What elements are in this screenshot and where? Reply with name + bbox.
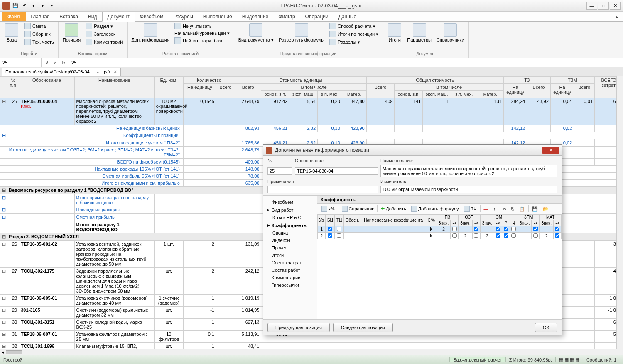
ignore-btn[interactable]: Не учитывать [173, 22, 231, 30]
open-tb-icon[interactable]: 📂 [541, 205, 550, 213]
tab-physvol[interactable]: Физобъем [135, 12, 169, 21]
minimize-button[interactable]: — [586, 2, 597, 10]
position-button[interactable]: Позиция [61, 22, 83, 43]
refs-button[interactable]: Справочники [435, 22, 466, 43]
close-icon[interactable]: ✕ [113, 69, 117, 75]
cancel-icon[interactable]: ✗ [43, 59, 51, 66]
dialog-izm-field[interactable] [380, 186, 557, 193]
nav-other[interactable]: Прочее [263, 244, 317, 252]
params-button[interactable]: Параметры [405, 22, 433, 43]
horizontal-scrollbar[interactable]: ◂ [0, 349, 623, 355]
nav-coefficients[interactable]: ▸Коэффициенты [263, 221, 317, 229]
nav-worktype[interactable]: ▸Вид работ [263, 206, 317, 214]
dialog-titlebar[interactable]: Дополнительная информация о позиции ✕ [263, 145, 562, 156]
add-formula-button[interactable]: Добавить формулу [410, 205, 461, 213]
nav-totals[interactable]: Итоги [263, 252, 317, 259]
findnorm-btn[interactable]: Найти в норм. базе [173, 37, 231, 44]
nav-nrsp[interactable]: К-ты к НР и СП [263, 214, 317, 221]
tab-execution[interactable]: Выполнение [198, 12, 237, 21]
expand-icon[interactable]: ⊟ [0, 98, 7, 125]
comment-btn[interactable]: Комментарий [84, 38, 124, 46]
close-button[interactable]: ✕ [610, 2, 621, 10]
save-icon[interactable]: 💾 [12, 2, 19, 10]
quick-access-toolbar: 💾 ↶ ▾ ▾ ▾ [2, 2, 56, 10]
tab-filter[interactable]: Фильтр [273, 12, 300, 21]
expand-formulas-button[interactable]: Развернуть формулы [277, 22, 326, 43]
docview-button[interactable]: Вид документа ▾ [237, 22, 276, 43]
dialog-obos-field[interactable] [295, 167, 378, 175]
base-button[interactable]: База [2, 22, 21, 43]
nav-physvol[interactable]: Физобъем [263, 198, 317, 206]
dialog-n-field[interactable] [267, 167, 292, 175]
maximize-button[interactable]: □ [598, 2, 609, 10]
qat-more-icon[interactable]: ▾ [39, 2, 47, 10]
coef-row[interactable]: 2 К 2 2 2 [318, 233, 562, 239]
tab-data[interactable]: Данные [334, 12, 361, 21]
table-row[interactable]: ⊞32ТССЦ-301-1696Клапаны муфтовые 15Ч8П2,… [0, 343, 623, 349]
calcmethod-btn[interactable]: Способ расчета ▾ [328, 22, 380, 30]
ok-button[interactable]: OK [535, 323, 557, 332]
tab-document[interactable]: Документ [102, 12, 135, 22]
app-icon[interactable] [2, 2, 10, 10]
dialog-naim-field[interactable]: Масляная окраска металлических поверхнос… [380, 165, 557, 177]
coefficients-table[interactable]: УрБЦТЦ Обосн.Наименование коэффициентаК … [317, 214, 562, 239]
cut-icon[interactable]: ✂ [501, 205, 508, 213]
save-tb-icon[interactable]: 💾 [530, 205, 540, 213]
addinfo-button[interactable]: Доп. информация [130, 22, 171, 43]
totals-button[interactable]: Итоги [385, 22, 404, 43]
nav-hyperlinks[interactable]: Гиперссылки [263, 281, 317, 289]
copy-icon[interactable]: ⎘ [510, 205, 516, 212]
tab-selection[interactable]: Выделение [237, 12, 274, 21]
smeta-btn[interactable]: Смета [22, 22, 56, 30]
remove-icon[interactable]: — [482, 205, 490, 212]
baselevel-btn[interactable]: Начальный уровень цен ▾ [173, 30, 231, 37]
techpart-btn[interactable]: Тех. часть [22, 38, 56, 46]
tab-operations[interactable]: Операции [300, 12, 334, 21]
nav-summary[interactable]: Сводка [263, 229, 317, 237]
table-row[interactable]: ⊟ 25 ТЕР15-04-030-04Kпоз. Масляная окрас… [0, 98, 623, 125]
tab-insert[interactable]: Вставка [54, 12, 83, 21]
nav-indexes[interactable]: Индексы [263, 237, 317, 244]
undo-icon[interactable]: ↶ [21, 2, 28, 10]
cell-reference[interactable]: 25 [0, 58, 42, 67]
status-left: Госстрой [3, 357, 22, 362]
header-btn[interactable]: Заголовок [84, 30, 124, 38]
tch-button[interactable]: ТЧ [462, 205, 478, 213]
percent-button[interactable]: к% [320, 205, 336, 213]
nav-comments[interactable]: Комментарии [263, 274, 317, 281]
accept-icon[interactable]: ✓ [52, 59, 59, 66]
prev-position-button[interactable]: Предыдущая позиция [267, 323, 330, 332]
ribbon-group-position-work: Доп. информация Не учитывать Начальный у… [128, 22, 234, 58]
directory-button[interactable]: Справочник [340, 205, 376, 213]
nav-costs[interactable]: Состав затрат [263, 259, 317, 266]
fx-icon[interactable]: fx [60, 59, 67, 66]
qat-customise-icon[interactable]: ▾ [48, 2, 56, 10]
sections-btn[interactable]: Разделы ▾ [328, 38, 380, 46]
document-tabs: Пользователи\vtyukov\Desktop\02-03-04___… [0, 67, 623, 76]
next-position-button[interactable]: Следующая позиция [333, 323, 393, 332]
section-btn[interactable]: Раздел ▾ [84, 22, 124, 30]
redo-icon[interactable]: ▾ [30, 2, 37, 10]
tab-view[interactable]: Вид [83, 12, 102, 21]
ribbon-group-insert-row: Позиция Раздел ▾ Заголовок Комментарий В… [59, 22, 128, 58]
dialog-nav: Физобъем ▸Вид работ К-ты к НР и СП ▸Коэф… [263, 196, 317, 319]
positiontotals-btn[interactable]: Итоги по позиции ▾ [328, 30, 380, 38]
nav-works[interactable]: Состав работ [263, 266, 317, 274]
add-button[interactable]: ✚Добавить [379, 205, 408, 213]
tab-resources[interactable]: Ресурсы [169, 12, 198, 21]
coef-row[interactable]: 1 К 2 [318, 226, 562, 233]
document-tab[interactable]: Пользователи\vtyukov\Desktop\02-03-04___… [2, 68, 121, 76]
file-tab[interactable]: Файл [2, 12, 26, 21]
ribbon-minimize-icon[interactable]: ▴ [611, 12, 623, 21]
tab-main[interactable]: Главная [26, 12, 55, 21]
status-view-icons[interactable]: ▦ ▦ ▦ ▦ [555, 357, 583, 362]
status-calc-mode[interactable]: Баз.-индексный расчет [449, 357, 505, 362]
up-down-icon[interactable]: ↕ [492, 205, 498, 212]
dialog-prim-field[interactable] [267, 186, 378, 193]
paste-icon[interactable]: 📋 [518, 205, 527, 213]
status-messages[interactable]: Сообщений: 1 [583, 357, 620, 362]
dialog-close-button[interactable]: ✕ [542, 147, 559, 154]
formula-input[interactable] [69, 60, 623, 65]
sbornik-btn[interactable]: Сборник [22, 30, 56, 38]
vertical-scrollbar[interactable] [616, 76, 623, 349]
